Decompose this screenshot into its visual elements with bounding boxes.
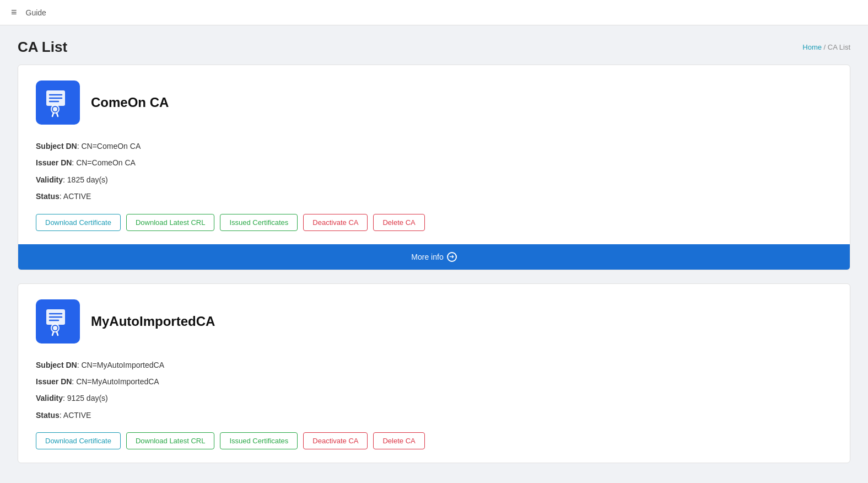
download-crl-button-myautoimported[interactable]: Download Latest CRL [126,432,214,449]
ca-card-body-comeon: ComeOn CA Subject DN: CN=ComeOn CA Issue… [18,65,850,244]
ca-issuer-dn-myautoimported: Issuer DN: CN=MyAutoImportedCA [36,375,832,388]
main-content: ComeOn CA Subject DN: CN=ComeOn CA Issue… [0,65,868,483]
ca-status-myautoimported: Status: ACTIVE [36,409,832,421]
ca-name-comeon: ComeOn CA [91,95,169,110]
ca-issuer-dn-comeon: Issuer DN: CN=ComeOn CA [36,157,832,169]
ca-card-myautoimported: MyAutoImportedCA Subject DN: CN=MyAutoIm… [18,283,850,464]
breadcrumb-current: CA List [828,43,850,51]
download-certificate-button-comeon[interactable]: Download Certificate [36,214,121,231]
ca-name-myautoimported: MyAutoImportedCA [91,314,215,329]
issued-certificates-button-comeon[interactable]: Issued Certificates [220,214,298,231]
svg-line-7 [57,113,58,116]
guide-label[interactable]: Guide [26,8,46,17]
deactivate-ca-button-myautoimported[interactable]: Deactivate CA [303,432,368,449]
ca-subject-dn-myautoimported: Subject DN: CN=MyAutoImportedCA [36,359,832,371]
ca-icon-myautoimported [36,299,80,344]
ca-icon-comeon [36,80,80,125]
page-title: CA List [18,39,67,56]
hamburger-icon[interactable]: ≡ [11,7,17,18]
svg-line-6 [52,113,53,116]
page-header: CA List Home / CA List [0,25,868,65]
ca-actions-myautoimported: Download Certificate Download Latest CRL… [36,432,832,449]
svg-line-14 [52,332,53,335]
deactivate-ca-button-comeon[interactable]: Deactivate CA [303,214,368,231]
svg-line-15 [57,332,58,335]
ca-details-comeon: Subject DN: CN=ComeOn CA Issuer DN: CN=C… [36,140,832,203]
issued-certificates-button-myautoimported[interactable]: Issued Certificates [220,432,298,449]
ca-header-comeon: ComeOn CA [36,80,832,125]
ca-actions-comeon: Download Certificate Download Latest CRL… [36,214,832,231]
ca-card-comeon: ComeOn CA Subject DN: CN=ComeOn CA Issue… [18,65,850,270]
more-info-arrow-comeon: ➜ [447,252,457,262]
more-info-label-comeon: More info [411,253,443,261]
ca-header-myautoimported: MyAutoImportedCA [36,299,832,344]
ca-status-comeon: Status: ACTIVE [36,190,832,202]
ca-details-myautoimported: Subject DN: CN=MyAutoImportedCA Issuer D… [36,359,832,422]
ca-validity-comeon: Validity: 1825 day(s) [36,174,832,186]
top-bar: ≡ Guide [0,0,868,25]
delete-ca-button-myautoimported[interactable]: Delete CA [373,432,424,449]
breadcrumb-separator: / [824,43,828,51]
ca-validity-myautoimported: Validity: 9125 day(s) [36,392,832,404]
download-certificate-button-myautoimported[interactable]: Download Certificate [36,432,121,449]
delete-ca-button-comeon[interactable]: Delete CA [373,214,424,231]
more-info-bar-comeon[interactable]: More info ➜ [18,244,850,270]
download-crl-button-comeon[interactable]: Download Latest CRL [126,214,214,231]
breadcrumb-home[interactable]: Home [802,43,822,51]
ca-card-body-myautoimported: MyAutoImportedCA Subject DN: CN=MyAutoIm… [18,284,850,463]
breadcrumb: Home / CA List [802,43,850,51]
ca-subject-dn-comeon: Subject DN: CN=ComeOn CA [36,140,832,152]
